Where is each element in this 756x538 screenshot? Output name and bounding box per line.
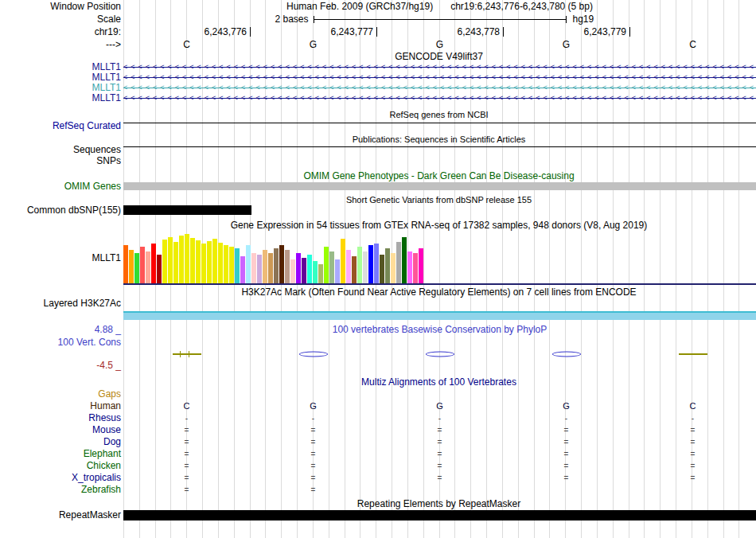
- gene-line[interactable]: <<<<<<<<<<<<<<<<<<<<<<<<<<<<<<<<<<<<<<<<…: [123, 62, 756, 72]
- snps-label[interactable]: SNPs: [0, 155, 123, 167]
- gtex-expression-bar[interactable]: [212, 239, 217, 283]
- species-label[interactable]: Rhesus: [0, 412, 123, 424]
- gtex-expression-bar[interactable]: [368, 245, 373, 283]
- gtex-row: MLLT1: [0, 231, 756, 285]
- gene-label[interactable]: MLLT1: [0, 83, 123, 93]
- species-label[interactable]: Chicken: [0, 460, 123, 472]
- gtex-expression-bar[interactable]: [129, 250, 134, 283]
- repeatmasker-track-bar[interactable]: [123, 510, 756, 520]
- gtex-expression-bar[interactable]: [363, 251, 368, 283]
- gtex-expression-bar[interactable]: [257, 255, 262, 283]
- gtex-expression-bar[interactable]: [224, 245, 228, 283]
- gtex-expression-bar[interactable]: [162, 240, 167, 283]
- gene-line[interactable]: <<<<<<<<<<<<<<<<<<<<<<<<<<<<<<<<<<<<<<<<…: [123, 93, 756, 103]
- gene-row: MLLT1<<<<<<<<<<<<<<<<<<<<<<<<<<<<<<<<<<<…: [0, 62, 756, 72]
- conservation-glyph[interactable]: [173, 353, 201, 355]
- gtex-expression-bar[interactable]: [229, 247, 234, 283]
- gtex-expression-bar[interactable]: [274, 248, 279, 283]
- gtex-expression-bar[interactable]: [396, 242, 401, 283]
- refseq-dense-track[interactable]: [123, 123, 756, 123]
- gtex-expression-bar[interactable]: [335, 259, 340, 283]
- gtex-expression-bar[interactable]: [296, 253, 301, 283]
- species-label[interactable]: Gaps: [0, 388, 123, 400]
- gtex-expression-bar[interactable]: [179, 236, 184, 283]
- gtex-expression-bar[interactable]: [201, 244, 206, 283]
- sequences-dense-track[interactable]: [123, 146, 756, 147]
- gtex-expression-bar[interactable]: [313, 261, 318, 283]
- strand-direction-label[interactable]: --->: [0, 39, 123, 51]
- species-label[interactable]: Human: [0, 400, 123, 412]
- base-position-ruler[interactable]: 6,243,7766,243,7776,243,7786,243,779: [123, 25, 756, 39]
- conservation-glyph[interactable]: [299, 352, 328, 357]
- gtex-expression-bar[interactable]: [279, 245, 284, 283]
- gtex-expression-bar[interactable]: [290, 259, 295, 283]
- gtex-expression-bar[interactable]: [346, 250, 351, 283]
- gtex-expression-bar[interactable]: [123, 245, 128, 283]
- gtex-expression-bar[interactable]: [268, 253, 273, 283]
- gtex-expression-bar[interactable]: [151, 244, 156, 283]
- gtex-expression-bar[interactable]: [385, 248, 390, 283]
- conservation-track[interactable]: [123, 336, 756, 372]
- refseq-curated-label[interactable]: RefSeq Curated: [0, 120, 123, 131]
- gtex-expression-bar[interactable]: [196, 240, 201, 283]
- ruler-row[interactable]: chr19: 6,243,7766,243,7776,243,7786,243,…: [0, 25, 756, 39]
- sequences-label[interactable]: Sequences: [0, 144, 123, 155]
- gtex-expression-bar[interactable]: [173, 242, 178, 283]
- gene-label[interactable]: MLLT1: [0, 93, 123, 103]
- h3k27ac-label[interactable]: Layered H3K27Ac: [0, 298, 123, 321]
- gtex-expression-bar[interactable]: [251, 253, 256, 283]
- gtex-expression-bar[interactable]: [185, 234, 189, 283]
- gtex-expression-bar[interactable]: [307, 255, 312, 283]
- dbsnp-track-bar[interactable]: [123, 205, 251, 215]
- species-label[interactable]: Zebrafish: [0, 484, 123, 496]
- gtex-expression-bar[interactable]: [374, 244, 379, 283]
- species-label[interactable]: Dog: [0, 436, 123, 448]
- conservation-glyph[interactable]: [426, 352, 454, 357]
- gtex-expression-bar[interactable]: [246, 245, 251, 283]
- gtex-expression-bar[interactable]: [190, 238, 195, 283]
- gtex-expression-bar[interactable]: [402, 237, 407, 283]
- gtex-gene-label[interactable]: MLLT1: [0, 231, 123, 285]
- gtex-expression-bar[interactable]: [324, 247, 329, 283]
- gtex-expression-bar[interactable]: [302, 258, 306, 283]
- alignment-mark: =: [564, 424, 569, 436]
- gtex-expression-bar[interactable]: [329, 251, 334, 283]
- omim-genes-label[interactable]: OMIM Genes: [0, 181, 123, 191]
- gtex-expression-bar[interactable]: [341, 239, 345, 283]
- gene-label[interactable]: MLLT1: [0, 62, 123, 72]
- gtex-expression-bar[interactable]: [235, 248, 240, 283]
- gene-line[interactable]: <<<<<<<<<<<<<<<<<<<<<<<<<<<<<<<<<<<<<<<<…: [123, 72, 756, 83]
- species-label[interactable]: Elephant: [0, 448, 123, 460]
- gtex-expression-bar[interactable]: [218, 243, 223, 283]
- gtex-expression-bar[interactable]: [413, 253, 418, 283]
- gtex-expression-bar[interactable]: [157, 255, 162, 283]
- species-label[interactable]: Mouse: [0, 424, 123, 436]
- conservation-glyph[interactable]: [679, 353, 707, 355]
- gtex-expression-bar[interactable]: [380, 255, 384, 283]
- gtex-expression-bar[interactable]: [263, 250, 267, 283]
- gtex-expression-bar[interactable]: [146, 251, 150, 283]
- gtex-expression-bar[interactable]: [207, 241, 212, 283]
- gtex-expression-bar[interactable]: [285, 250, 290, 283]
- dbsnp-label[interactable]: Common dbSNP(155): [0, 205, 123, 216]
- conservation-glyph[interactable]: [552, 352, 581, 357]
- gtex-expression-bar[interactable]: [352, 256, 357, 283]
- scale-label: Scale: [0, 13, 123, 25]
- gtex-expression-bar[interactable]: [357, 247, 362, 283]
- gtex-expression-bar[interactable]: [168, 237, 173, 283]
- gene-label[interactable]: MLLT1: [0, 72, 123, 83]
- repeatmasker-label[interactable]: RepeatMasker: [0, 509, 123, 521]
- gtex-expression-bar[interactable]: [240, 256, 245, 283]
- gene-line[interactable]: <<<<<<<<<<<<<<<<<<<<<<<<<<<<<<<<<<<<<<<<…: [123, 83, 756, 93]
- gtex-expression-bar[interactable]: [134, 253, 139, 283]
- omim-track-bar[interactable]: [123, 182, 756, 190]
- phylop-track-label[interactable]: 100 Vert. Cons: [0, 337, 121, 348]
- gtex-expression-bar[interactable]: [140, 247, 145, 283]
- gtex-expression-chart[interactable]: [123, 231, 756, 285]
- h3k27ac-signal-bar[interactable]: [123, 313, 756, 320]
- gtex-expression-bar[interactable]: [391, 253, 396, 283]
- gtex-expression-bar[interactable]: [419, 248, 423, 283]
- species-label[interactable]: X_tropicalis: [0, 472, 123, 484]
- gtex-expression-bar[interactable]: [407, 251, 412, 283]
- gtex-expression-bar[interactable]: [318, 264, 323, 283]
